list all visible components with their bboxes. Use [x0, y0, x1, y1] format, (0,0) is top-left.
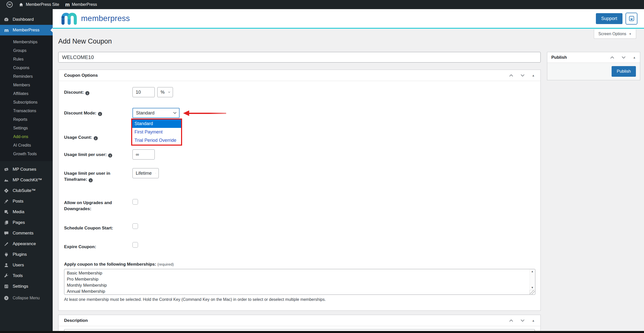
sidebar-item-growth-tools[interactable]: Growth Tools: [0, 150, 53, 158]
pages-icon: [4, 220, 9, 225]
sidebar-item-settings-sub[interactable]: Settings: [0, 124, 53, 132]
memberships-section: Apply coupon to the following Membership…: [64, 261, 535, 302]
sidebar-item-label: Plugins: [13, 252, 27, 257]
memberpress-m-icon: m: [4, 27, 9, 33]
resize-grip[interactable]: [530, 290, 535, 294]
sidebar-item-pages[interactable]: Pages: [0, 217, 53, 228]
scrollbar[interactable]: ▲ ▼: [530, 269, 535, 290]
chat-button[interactable]: [626, 13, 637, 25]
memberships-multiselect[interactable]: Basic Membership Pro Membership Monthly …: [64, 269, 535, 295]
description-header: Description ▲: [58, 315, 540, 326]
discount-unit-select[interactable]: %: [157, 87, 173, 97]
clubsuite-flower-icon: [4, 188, 9, 193]
sidebar-item-users[interactable]: Users: [0, 260, 53, 270]
required-hint: (required): [157, 262, 174, 266]
sidebar-item-rules[interactable]: Rules: [0, 55, 53, 64]
sidebar-item-comments[interactable]: Comments: [0, 228, 53, 239]
sidebar-item-mp-coachkit[interactable]: MP CoachKit™: [0, 175, 53, 185]
sidebar-item-memberships[interactable]: Memberships: [0, 38, 53, 46]
screen-options-tab[interactable]: Screen Options ▼: [594, 29, 636, 39]
sidebar-item-mp-courses[interactable]: m MP Courses: [0, 164, 53, 175]
sidebar-item-memberpress[interactable]: m MemberPress: [0, 25, 53, 35]
discount-amount-input[interactable]: [132, 87, 155, 97]
sidebar-item-groups[interactable]: Groups: [0, 46, 53, 55]
toggle-panel-icon[interactable]: ▲: [532, 74, 535, 77]
discount-mode-select[interactable]: Standard: [132, 108, 180, 118]
info-icon[interactable]: [108, 153, 112, 158]
dropdown-option-first-payment[interactable]: First Payment: [132, 128, 181, 136]
timeframe-select[interactable]: Lifetime: [132, 168, 159, 178]
sidebar-item-reports[interactable]: Reports: [0, 115, 53, 124]
sidebar-item-label: Appearance: [13, 241, 36, 246]
memberships-help-text: At least one membership must be selected…: [64, 297, 535, 302]
toggle-panel-icon[interactable]: ▲: [532, 319, 535, 322]
sidebar-item-addons[interactable]: Add-ons: [0, 132, 53, 141]
sidebar-item-tools[interactable]: Tools: [0, 270, 53, 281]
info-icon[interactable]: [94, 136, 98, 140]
caret-down-icon: ▼: [629, 32, 632, 35]
sidebar-item-label: MemberPress: [13, 28, 40, 33]
brand-wordmark: memberpress: [81, 14, 130, 23]
expire-label: Expire Coupon:: [64, 242, 132, 250]
sidebar-item-plugins[interactable]: Plugins: [0, 249, 53, 260]
schedule-row: Schedule Coupon Start:: [64, 223, 535, 231]
move-down-icon[interactable]: [520, 74, 525, 77]
sidebar-item-posts[interactable]: Posts: [0, 196, 53, 207]
sidebar-item-appearance[interactable]: Appearance: [0, 239, 53, 249]
membership-option-basic[interactable]: Basic Membership: [67, 270, 535, 276]
info-icon[interactable]: [85, 91, 89, 95]
home-icon: [19, 2, 24, 7]
membership-option-annual[interactable]: Annual Membership: [67, 288, 535, 295]
sidebar-item-label: Posts: [13, 199, 24, 204]
discount-row: Discount: %: [64, 87, 535, 98]
move-down-icon[interactable]: [520, 319, 525, 322]
scroll-up-icon[interactable]: ▲: [531, 270, 534, 273]
move-down-icon[interactable]: [621, 56, 626, 59]
upgrades-checkbox[interactable]: [132, 199, 138, 205]
support-button[interactable]: Support: [596, 13, 622, 24]
toggle-panel-icon[interactable]: ▲: [633, 56, 636, 59]
sidebar-item-clubsuite[interactable]: ClubSuite™: [0, 185, 53, 196]
wordpress-logo-icon: W: [7, 2, 13, 8]
coupon-code-input[interactable]: [58, 52, 541, 63]
annotation-arrow: [183, 110, 226, 116]
move-up-icon[interactable]: [509, 319, 513, 322]
expire-checkbox[interactable]: [132, 242, 138, 248]
sidebar-item-ai-credits[interactable]: AI Credits: [0, 141, 53, 150]
sidebar-item-media[interactable]: Media: [0, 207, 53, 217]
move-up-icon[interactable]: [610, 56, 614, 59]
memberpress-admin-menu[interactable]: m MemberPress: [62, 0, 100, 9]
sidebar-item-affiliates[interactable]: Affiliates: [0, 89, 53, 98]
dashboard-gauge-icon: [4, 17, 9, 22]
collapse-menu-button[interactable]: Collapse Menu: [0, 293, 53, 303]
sidebar-item-transactions[interactable]: Transactions: [0, 107, 53, 115]
schedule-label: Schedule Coupon Start:: [64, 223, 132, 231]
dropdown-option-trial-period-override[interactable]: Trial Period Override: [132, 136, 181, 145]
move-up-icon[interactable]: [509, 74, 513, 77]
sidebar-item-reminders[interactable]: Reminders: [0, 72, 53, 81]
main-content: memberpress Support Screen Options ▼ Add…: [53, 9, 644, 333]
schedule-checkbox[interactable]: [132, 223, 138, 229]
dropdown-option-standard[interactable]: Standard: [132, 120, 181, 128]
membership-option-pro[interactable]: Pro Membership: [67, 276, 535, 282]
sidebar-item-label: MP CoachKit™: [13, 178, 42, 183]
membership-option-monthly[interactable]: Monthly Membership: [67, 282, 535, 288]
sidebar-item-dashboard[interactable]: Dashboard: [0, 14, 53, 25]
info-icon[interactable]: [98, 112, 102, 116]
usage-limit-input[interactable]: [132, 149, 155, 160]
admin-bar: W MemberPress Site m MemberPress: [0, 0, 644, 9]
sidebar-item-coupons[interactable]: Coupons: [0, 64, 53, 72]
publish-button[interactable]: Publish: [612, 66, 636, 77]
memberpress-header: memberpress Support: [53, 9, 644, 29]
sidebar-item-members[interactable]: Members: [0, 81, 53, 89]
chat-bubble-icon: [629, 15, 635, 22]
site-menu[interactable]: MemberPress Site: [16, 0, 62, 9]
memberpress-submenu: Memberships Groups Rules Coupons Reminde…: [0, 35, 53, 161]
collapse-menu-label: Collapse Menu: [13, 296, 40, 300]
scroll-down-icon[interactable]: ▼: [531, 286, 534, 289]
info-icon[interactable]: [89, 178, 93, 182]
publish-actions: Publish: [547, 63, 640, 80]
sidebar-item-subscriptions[interactable]: Subscriptions: [0, 98, 53, 107]
sidebar-item-settings[interactable]: Settings: [0, 281, 53, 292]
wordpress-menu[interactable]: W: [4, 0, 16, 9]
